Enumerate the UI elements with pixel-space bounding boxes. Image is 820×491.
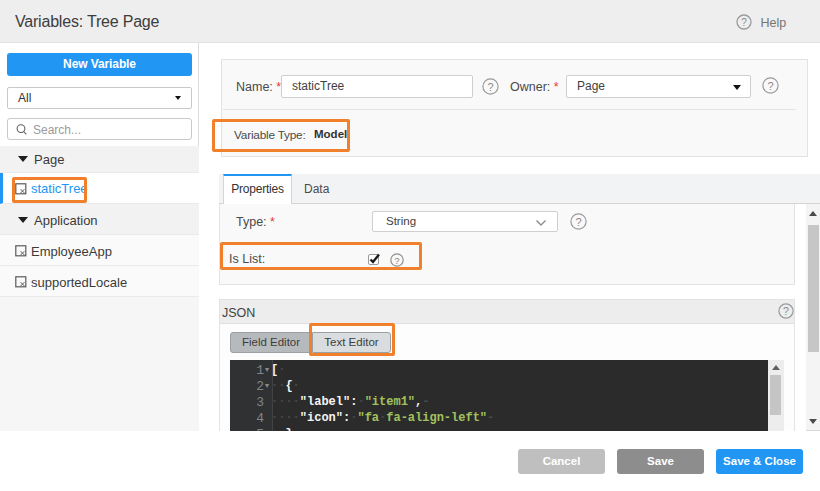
svg-text:?: ? [741,17,747,28]
svg-text:?: ? [487,81,493,93]
svg-text:?: ? [767,80,773,92]
svg-text:?: ? [783,305,789,317]
svg-text:?: ? [575,216,581,228]
